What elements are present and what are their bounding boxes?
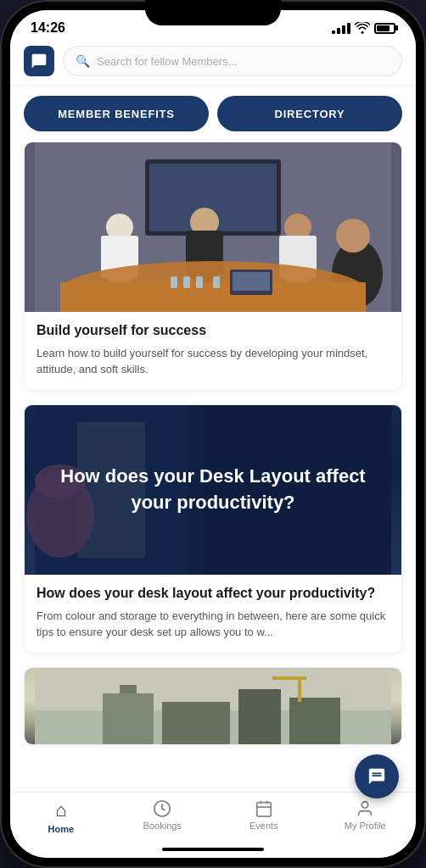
svg-rect-17 (183, 276, 190, 288)
svg-rect-16 (171, 276, 177, 288)
search-placeholder-text: Search for fellow Members... (97, 55, 237, 68)
nav-bookings-label: Bookings (143, 821, 182, 831)
article-card-3[interactable] (24, 667, 402, 745)
svg-rect-31 (120, 685, 137, 693)
nav-home[interactable]: ⌂ Home (10, 799, 112, 834)
svg-point-42 (362, 802, 368, 808)
member-benefits-button[interactable]: MEMBER BENEFITS (24, 96, 209, 131)
bookings-icon (153, 799, 171, 818)
svg-rect-19 (213, 276, 220, 288)
search-bar[interactable]: 🔍 Search for fellow Members... (63, 46, 402, 76)
bottom-nav: ⌂ Home Bookings Events (10, 792, 416, 848)
article-2-image: How does your Desk Layout affect your pr… (25, 405, 401, 575)
phone-frame: 14:26 (0, 0, 426, 868)
top-nav: 🔍 Search for fellow Members... (10, 41, 416, 86)
profile-icon (356, 799, 374, 818)
events-icon (255, 799, 273, 818)
desk-overlay: How does your Desk Layout affect your pr… (25, 405, 401, 575)
article-2-title: How does your desk layout affect your pr… (36, 585, 390, 603)
svg-rect-21 (233, 272, 270, 291)
wifi-icon (355, 22, 370, 34)
building-scene (25, 668, 401, 744)
desk-overlay-text: How does your Desk Layout affect your pr… (42, 464, 384, 516)
article-1-image (25, 142, 401, 312)
signal-bars-icon (332, 23, 350, 34)
svg-rect-18 (196, 276, 203, 288)
battery-icon (374, 23, 395, 34)
svg-rect-34 (289, 698, 340, 744)
directory-button[interactable]: DIRECTORY (217, 96, 402, 131)
notch (145, 0, 281, 25)
article-card-1[interactable]: Build yourself for success Learn how to … (24, 142, 402, 391)
article-1-body: Build yourself for success Learn how to … (25, 312, 401, 390)
status-time: 14:26 (31, 20, 65, 36)
home-icon: ⌂ (55, 799, 66, 821)
svg-rect-35 (298, 676, 301, 702)
home-bar (162, 848, 264, 851)
svg-rect-15 (60, 282, 366, 312)
svg-rect-33 (238, 689, 281, 744)
article-2-body: How does your desk layout affect your pr… (25, 575, 401, 653)
action-buttons-row: MEMBER BENEFITS DIRECTORY (10, 86, 416, 142)
article-1-title: Build yourself for success (36, 322, 390, 340)
nav-bookings[interactable]: Bookings (112, 799, 214, 834)
article-3-image (25, 668, 401, 744)
article-2-excerpt: From colour and storage to everything in… (36, 608, 390, 641)
fab-icon (367, 767, 386, 786)
search-icon: 🔍 (76, 54, 90, 68)
svg-rect-30 (103, 693, 154, 744)
fab-button[interactable] (355, 754, 399, 798)
phone-screen: 14:26 (10, 10, 416, 858)
app-logo[interactable] (24, 46, 54, 76)
status-icons (332, 22, 395, 34)
content-area: MEMBER BENEFITS DIRECTORY (10, 86, 416, 792)
nav-home-label: Home (48, 824, 74, 834)
nav-events-label: Events (249, 821, 278, 831)
svg-rect-36 (272, 676, 306, 680)
chat-icon (31, 53, 48, 70)
nav-profile-label: My Profile (345, 821, 386, 831)
nav-my-profile[interactable]: My Profile (315, 799, 417, 834)
home-indicator (10, 848, 416, 858)
svg-rect-32 (162, 702, 230, 744)
article-1-excerpt: Learn how to build yourself for success … (36, 345, 390, 378)
svg-point-13 (336, 219, 370, 253)
svg-rect-38 (257, 803, 272, 817)
nav-events[interactable]: Events (213, 799, 315, 834)
meeting-room-scene (25, 142, 401, 312)
article-card-2[interactable]: How does your Desk Layout affect your pr… (24, 404, 402, 654)
